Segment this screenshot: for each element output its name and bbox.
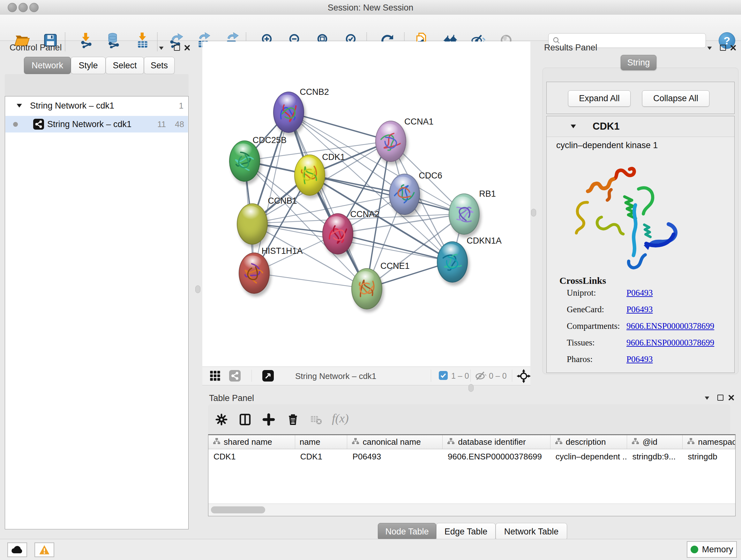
network-canvas[interactable]: CCNB2CCNA1CDC25BCDK1CDC6RB1CCNB1CCNA2CDK… (202, 42, 530, 367)
protein-structure-glyph (230, 148, 260, 174)
network-node-cdc6[interactable] (389, 174, 420, 215)
network-collection-row[interactable]: String Network – cdk1 1 (5, 98, 188, 114)
left-splitter-handle[interactable] (195, 286, 200, 293)
title-bar: Session: New Session (0, 0, 741, 15)
results-panel-float-icon[interactable] (719, 44, 726, 51)
network-edge[interactable] (254, 273, 366, 289)
tab-style[interactable]: Style (71, 57, 106, 74)
network-row-selected[interactable]: String Network – cdk1 11 48 (5, 116, 188, 132)
table-row[interactable]: CDK1CDK1P064939606.ENSP00000378699cyclin… (208, 449, 735, 464)
tab-network-table[interactable]: Network Table (495, 523, 567, 540)
table-toolbar: f(x) (208, 404, 730, 435)
collapse-all-button[interactable]: Collapse All (642, 90, 710, 107)
crosslink-link[interactable]: 9606.ENSP00000378699 (626, 321, 714, 331)
table-cell[interactable]: P06493 (347, 449, 443, 464)
table-panel-float-icon[interactable] (717, 394, 724, 401)
expand-all-button[interactable]: Expand All (568, 90, 630, 107)
node-details-collapse-icon[interactable] (570, 124, 576, 129)
network-node-ccnb1[interactable] (237, 203, 268, 245)
crosslink-label: Tissues: (567, 338, 595, 348)
column-header-name[interactable]: name (295, 435, 347, 449)
network-node-ccna2[interactable] (322, 213, 353, 254)
results-tab-string[interactable]: String (621, 55, 657, 70)
column-header-canonical-name[interactable]: canonical name (347, 435, 443, 449)
crosslink-link[interactable]: P06493 (626, 288, 653, 298)
selected-checkbox-icon[interactable] (439, 371, 448, 380)
crosslink-row: Tissues:9606.ENSP00000378699 (567, 338, 733, 354)
birds-eye-view-icon[interactable] (209, 369, 221, 382)
network-node-ccna1[interactable] (375, 121, 406, 162)
network-status-dot (13, 122, 18, 127)
protein-structure-glyph (374, 126, 407, 157)
control-panel-float-icon[interactable] (173, 44, 180, 51)
network-node-rb1[interactable] (449, 193, 480, 235)
column-header-label: name (300, 437, 320, 447)
right-splitter-handle[interactable] (531, 209, 536, 216)
cloud-button[interactable] (7, 543, 27, 557)
import-table-file-icon[interactable] (134, 32, 151, 49)
hidden-items-icon[interactable] (474, 369, 487, 382)
crosslink-link[interactable]: P06493 (626, 305, 653, 314)
crosslink-row: Uniprot:P06493 (567, 288, 733, 305)
delete-table-icon[interactable] (307, 411, 325, 428)
table-horizontal-scrollbar[interactable] (208, 503, 735, 516)
scrollbar-thumb[interactable] (211, 506, 265, 513)
network-node-cdk1[interactable] (294, 154, 325, 196)
collection-expand-icon[interactable] (16, 104, 22, 108)
crosslink-label: Pharos: (567, 354, 593, 364)
network-tree: String Network – cdk1 1 String Network –… (5, 96, 189, 530)
network-node-cdkn1a[interactable] (437, 241, 468, 283)
table-cell[interactable]: CDK1 (295, 449, 347, 464)
footer-separator (512, 370, 512, 382)
crosslink-link[interactable]: 9606.ENSP00000378699 (626, 338, 714, 348)
results-panel-close-icon[interactable] (730, 44, 737, 51)
tab-edge-table[interactable]: Edge Table (436, 523, 495, 540)
column-header-namespace[interactable]: namespace (683, 435, 735, 449)
network-node-cdc25b[interactable] (229, 140, 260, 182)
node-label-cdc6: CDC6 (419, 171, 442, 181)
control-panel-menu-icon[interactable] (158, 45, 165, 52)
table-panel-close-icon[interactable] (728, 394, 735, 401)
table-cell[interactable]: stringdb:9... (627, 449, 683, 464)
memory-button[interactable]: Memory (687, 541, 737, 558)
import-network-file-icon[interactable] (78, 32, 95, 49)
table-panel-menu-icon[interactable] (703, 395, 711, 401)
pan-crosshair-icon[interactable] (516, 369, 531, 383)
column-header-database-identifier[interactable]: database identifier (443, 435, 550, 449)
table-cell[interactable]: CDK1 (208, 449, 295, 464)
function-builder-icon[interactable]: f(x) (332, 411, 349, 425)
import-network-database-icon[interactable] (105, 32, 122, 49)
column-header-description[interactable]: description (550, 435, 627, 449)
tab-sets[interactable]: Sets (144, 57, 175, 74)
horizontal-splitter-handle[interactable] (468, 384, 474, 392)
crosslink-link[interactable]: P06493 (626, 354, 653, 364)
node-details-box: CDK1 cyclin–dependent kinase 1 CrossLink… (546, 116, 735, 373)
node-label-rb1: RB1 (479, 189, 496, 199)
network-node-ccne1[interactable] (351, 268, 382, 309)
table-cell[interactable]: stringdb (683, 449, 735, 464)
node-description: cyclin–dependent kinase 1 (556, 140, 658, 150)
network-node-ccnb2[interactable] (273, 91, 304, 133)
column-header--id[interactable]: @id (627, 435, 683, 449)
create-column-plus-icon[interactable] (260, 411, 278, 428)
tab-network[interactable]: Network (24, 57, 71, 74)
open-in-window-icon[interactable] (262, 369, 274, 382)
protein-structure-glyph (355, 274, 379, 303)
results-panel-menu-icon[interactable] (706, 45, 713, 52)
delete-column-trash-icon[interactable] (284, 411, 302, 428)
control-panel-close-icon[interactable] (184, 44, 191, 51)
network-edge[interactable] (288, 112, 366, 289)
warning-button[interactable] (35, 543, 54, 557)
table-cell[interactable]: cyclin–dependent ... (550, 449, 627, 464)
table-cell[interactable]: 9606.ENSP00000378699 (443, 449, 550, 464)
string-share-icon[interactable] (228, 369, 241, 382)
selected-counts: 1 – 0 (451, 371, 469, 381)
select-columns-icon[interactable] (236, 411, 254, 428)
node-label-ccnb1: CCNB1 (268, 196, 297, 206)
tab-node-table[interactable]: Node Table (378, 523, 436, 540)
network-node-hist1h1a[interactable] (239, 253, 270, 294)
node-details-header[interactable]: CDK1 (547, 116, 734, 137)
tab-select[interactable]: Select (106, 57, 144, 74)
column-header-shared-name[interactable]: shared name (208, 435, 295, 449)
table-settings-gear-icon[interactable] (212, 411, 230, 428)
